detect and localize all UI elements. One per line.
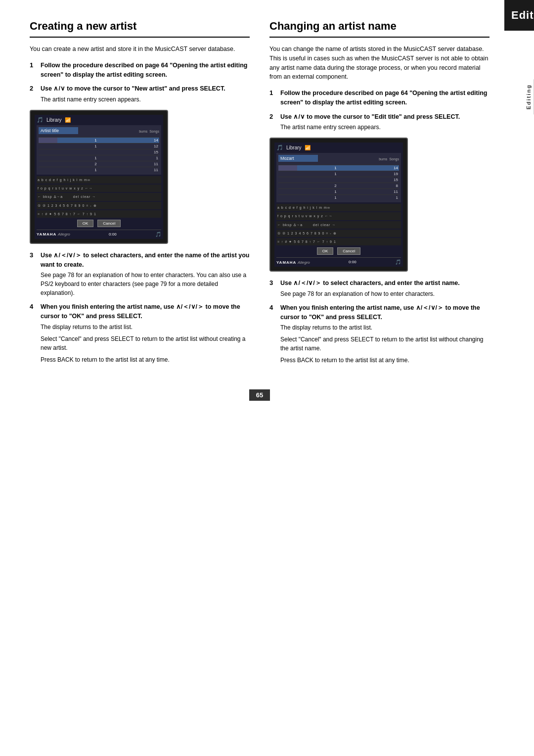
right-step-2-note: The artist name entry screen appears.	[280, 123, 490, 132]
left-screen-mockup: 🎵 Library 📶 Artist title bums Songs	[30, 110, 168, 244]
right-screen-library-label: Library	[286, 145, 302, 150]
table-row: 119	[278, 171, 399, 177]
table-row: 15	[278, 177, 399, 183]
right-screen-mockup: 🎵 Library 📶 Mozart bums Songs	[269, 138, 408, 272]
right-step-3-note: See page 78 for an explanation of how to…	[280, 289, 490, 298]
left-section-title: Creating a new artist	[30, 20, 250, 38]
left-time-text: 0:00	[109, 232, 117, 236]
right-kbd-row-1: a b c d e f g h i j k l m m∞	[276, 204, 401, 211]
left-screen-input: Artist title	[39, 127, 78, 134]
left-kbd-row-1: a b c d e f g h i j k l m m∞	[37, 176, 161, 184]
left-step-4-text: When you finish entering the artist name…	[41, 302, 250, 321]
left-step-4-note: The display returns to the artist list.	[41, 323, 250, 331]
right-screen-th2: Songs	[389, 157, 399, 161]
table-row: 1 14	[278, 165, 399, 171]
right-screen-th1: bums	[379, 157, 387, 161]
left-step-1-text: Follow the procedure described on page 6…	[41, 62, 247, 78]
right-step-4-extra2: Press BACK to return to the artist list …	[280, 356, 490, 365]
left-screen-wifi-icon: 📶	[65, 117, 71, 123]
right-music-note-icon: 🎵	[395, 259, 401, 265]
right-step-3-number: 3	[269, 279, 278, 298]
right-step-4: 4 When you finish entering the artist na…	[269, 303, 490, 365]
right-screen-input: Mozart	[278, 155, 318, 162]
right-screen-cancel-btn[interactable]: Cancel	[337, 247, 360, 255]
right-allegro-text: Allegro	[298, 260, 310, 265]
table-row: 112	[39, 143, 159, 149]
left-screen-th1: bums	[139, 130, 147, 133]
left-step-4-extra1: Select "Cancel" and press SELECT to retu…	[41, 334, 250, 352]
right-screen-ok-btn[interactable]: OK	[317, 247, 334, 255]
table-row: 11	[278, 195, 399, 201]
right-step-3-text: Use ∧/＜/∨/＞ to select characters, and en…	[280, 279, 490, 288]
editing-tab: Editing	[504, 0, 534, 31]
right-kbd-row-3: ← bksp Δ→a del clear →	[276, 221, 401, 229]
right-step-1-number: 1	[269, 89, 278, 107]
right-kbd-row-5: = ↑ # ✦ 5 6 7 8 ↑ 7 ← 7 ↑ 9 1	[276, 238, 401, 245]
right-step-1: 1 Follow the procedure described on page…	[269, 89, 490, 107]
page-number: 65	[249, 389, 270, 401]
right-kbd-row-4: ① ② 1 2 3 4 5 6 7 8 9 0 = - ⊕	[276, 230, 401, 237]
table-row: 111	[278, 189, 399, 195]
left-column: Creating a new artist You can create a n…	[30, 20, 250, 370]
right-section-title: Changing an artist name	[269, 20, 490, 38]
right-intro: You can change the name of artists store…	[269, 45, 490, 82]
editing-side-label: Editing	[524, 79, 534, 114]
right-step-4-number: 4	[269, 304, 278, 365]
left-allegro-text: Allegro	[58, 232, 70, 236]
left-screen-ok-btn[interactable]: OK	[77, 220, 94, 227]
left-step-2-note: The artist name entry screen appears.	[41, 95, 250, 104]
table-row: 1 14	[39, 138, 159, 143]
right-step-3: 3 Use ∧/＜/∨/＞ to select characters, and …	[269, 279, 490, 298]
left-screen-th2: Songs	[149, 130, 159, 133]
left-intro: You can create a new artist and store it…	[30, 45, 250, 54]
left-step-2-text: Use ∧/∨ to move the cursor to "New artis…	[41, 84, 250, 94]
table-row: 111	[39, 167, 159, 173]
left-music-note-icon: 🎵	[155, 232, 161, 237]
right-screen-wifi-icon: 📶	[305, 145, 311, 150]
table-row: 28	[278, 183, 399, 189]
right-step-4-text: When you finish entering the artist name…	[280, 303, 490, 322]
left-kbd-row-3: ← bksp Δ→a del clear →	[37, 193, 161, 200]
right-step-4-note: The display returns to the artist list.	[280, 323, 490, 332]
right-screen-table: 1 14 119 15 28	[278, 165, 399, 200]
right-step-2: 2 Use ∧/∨ to move the cursor to "Edit ti…	[269, 112, 490, 132]
left-step-4: 4 When you finish entering the artist na…	[30, 302, 250, 364]
left-kbd-row-4: ① ② 1 2 3 4 5 6 7 8 9 0 = - ⊕	[37, 202, 161, 209]
left-step-3-note: See page 78 for an explanation of how to…	[41, 271, 250, 297]
library-icon-right: 🎵	[276, 144, 283, 151]
left-screen-library-label: Library	[46, 117, 62, 123]
left-step-1-number: 1	[30, 61, 39, 80]
right-kbd-row-2: f o p q r s t u v w x y z ←→	[276, 212, 401, 220]
right-time-text: 0:00	[349, 260, 356, 264]
left-step-1: 1 Follow the procedure described on page…	[30, 61, 250, 80]
right-step-4-extra1: Select "Cancel" and press SELECT to retu…	[280, 335, 490, 353]
left-screen-cancel-btn[interactable]: Cancel	[97, 220, 121, 227]
left-step-4-number: 4	[30, 303, 39, 364]
right-step-1-text: Follow the procedure described on page 6…	[280, 90, 487, 106]
left-step-4-extra2: Press BACK to return to the artist list …	[41, 355, 250, 364]
right-step-2-number: 2	[269, 113, 278, 132]
table-row: 15	[39, 149, 159, 155]
library-icon-left: 🎵	[37, 117, 44, 123]
left-step-3: 3 Use ∧/＜/∨/＞ to select characters, and …	[30, 251, 250, 298]
left-kbd-row-2: f o p q r s t u v w x y z ←→	[37, 185, 161, 192]
left-yamaha-logo: YAMAHA	[37, 232, 56, 236]
page-number-area: 65	[30, 389, 490, 401]
left-step-2-number: 2	[30, 85, 39, 104]
left-step-3-text: Use ∧/＜/∨/＞ to select characters, and en…	[41, 251, 250, 270]
right-yamaha-logo: YAMAHA	[276, 260, 296, 265]
left-step-3-number: 3	[30, 251, 39, 298]
table-row: 211	[39, 161, 159, 167]
right-column: Changing an artist name You can change t…	[269, 20, 490, 370]
left-step-2: 2 Use ∧/∨ to move the cursor to "New art…	[30, 84, 250, 104]
left-screen-table: 1 14 112 15 11	[39, 137, 159, 173]
left-kbd-row-5: = ↑ # ✦ 5 6 7 8 ↑ 7 ← 7 ↑ 9 1	[37, 210, 161, 218]
right-step-2-text: Use ∧/∨ to move the cursor to "Edit titl…	[280, 112, 490, 122]
table-row: 11	[39, 155, 159, 161]
